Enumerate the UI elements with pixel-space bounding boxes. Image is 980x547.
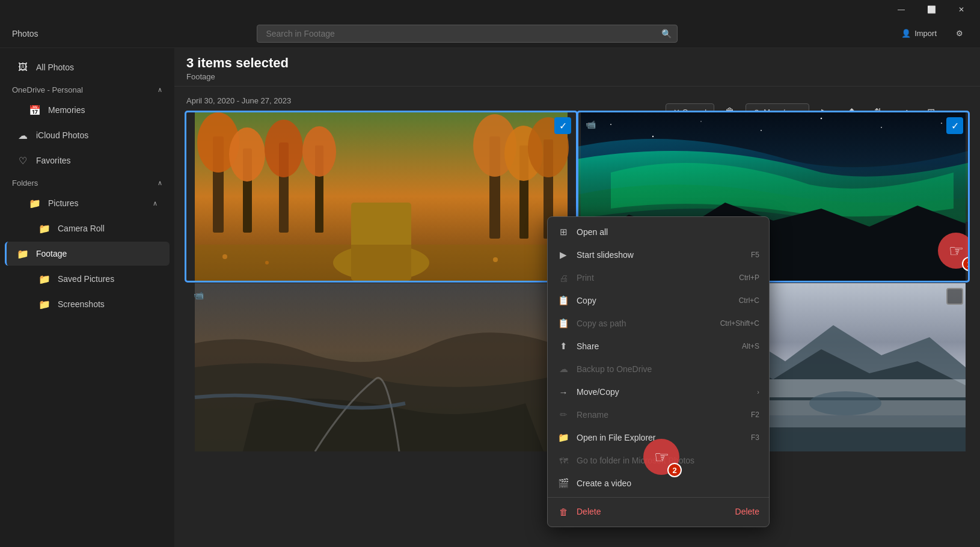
sidebar-item-label: Memories (48, 105, 85, 115)
sidebar-item-label: Screenshots (58, 299, 105, 309)
sidebar-item-all-photos[interactable]: 🖼 All Photos (5, 55, 170, 79)
camera-roll-icon: 📁 (38, 222, 51, 234)
sidebar-item-pictures[interactable]: 📁 Pictures ∧ (5, 191, 170, 215)
rename-shortcut: F2 (751, 411, 759, 419)
svg-point-6 (265, 120, 303, 177)
menu-divider (548, 497, 769, 498)
maximize-button[interactable]: ⬜ (917, 0, 945, 19)
menu-item-open-all[interactable]: ⊞ Open all (548, 221, 769, 243)
search-icon: 🔍 (661, 29, 672, 38)
folders-chevron-icon: ∧ (158, 179, 162, 187)
sidebar-item-screenshots[interactable]: 📁 Screenshots (5, 292, 170, 316)
settings-icon: ⚙ (956, 29, 963, 38)
menu-item-go-to-folder-label: Go to folder in Microsoft Photos (577, 456, 694, 465)
import-icon: 👤 (901, 29, 911, 38)
menu-item-rename: ✏ Rename F2 (548, 403, 769, 426)
screenshots-icon: 📁 (38, 298, 51, 310)
slideshow-icon: ▶ (557, 249, 569, 261)
menu-item-create-video-label: Create a video (577, 478, 631, 488)
video-icon-3: 📹 (191, 288, 206, 302)
go-to-folder-icon: 🗺 (557, 454, 569, 466)
delete-shortcut: Delete (735, 507, 759, 516)
sidebar-item-label: Favorites (36, 156, 71, 165)
selection-subtitle: Footage (186, 72, 968, 81)
svg-rect-17 (195, 245, 568, 281)
menu-item-move-copy[interactable]: → Move/Copy › (548, 380, 769, 403)
search-input[interactable] (257, 25, 678, 43)
sidebar-item-favorites[interactable]: ♡ Favorites (5, 148, 170, 173)
top-bar: Photos 🔍 👤 Import ⚙ (0, 19, 980, 48)
photo-autumn-svg (186, 112, 576, 281)
menu-item-move-copy-label: Move/Copy (577, 387, 619, 397)
print-icon: 🖨 (557, 272, 569, 284)
svg-point-26 (821, 118, 822, 120)
menu-item-backup: ☁ Backup to OneDrive (548, 358, 769, 380)
context-menu: ⊞ Open all ▶ Start slideshow F5 🖨 Print … (547, 216, 770, 527)
menu-item-delete-label: Delete (577, 507, 601, 516)
selection-bar: 3 items selected Footage (174, 48, 980, 87)
svg-point-27 (881, 127, 882, 128)
file-explorer-icon: 📁 (557, 432, 569, 444)
menu-item-copy-path-label: Copy as path (577, 319, 626, 328)
svg-point-23 (652, 136, 654, 137)
menu-item-go-to-folder: 🗺 Go to folder in Microsoft Photos (548, 449, 769, 472)
search-container: 🔍 (257, 25, 678, 43)
pictures-chevron-icon: ∧ (153, 200, 158, 207)
onedrive-header[interactable]: OneDrive - Personal ∧ (0, 81, 174, 97)
sidebar: 🖼 All Photos OneDrive - Personal ∧ 📅 Mem… (0, 48, 174, 547)
share-menu-icon: ⬆ (557, 340, 569, 352)
sidebar-item-label: Saved Pictures (58, 274, 114, 284)
sidebar-item-label: iCloud Photos (36, 130, 88, 140)
svg-point-24 (700, 121, 702, 122)
svg-point-34 (809, 391, 881, 415)
folders-header[interactable]: Folders ∧ (0, 174, 174, 190)
move-copy-menu-icon: → (557, 386, 569, 398)
photo-aerial-svg (186, 283, 576, 451)
header-actions: 👤 Import ⚙ (896, 26, 968, 40)
create-video-icon: 🎬 (557, 477, 569, 489)
content-area: 3 items selected Footage ✕ Cancel 🗑 ⊕ Mo… (174, 48, 980, 547)
menu-item-print: 🖨 Print Ctrl+P (548, 266, 769, 289)
settings-button[interactable]: ⚙ (951, 26, 968, 40)
photo-check-2[interactable]: ✓ (946, 117, 963, 134)
copy-icon: 📋 (557, 295, 569, 307)
menu-item-copy[interactable]: 📋 Copy Ctrl+C (548, 289, 769, 312)
menu-item-open-all-label: Open all (577, 227, 608, 237)
menu-item-file-explorer-label: Open in File Explorer (577, 433, 656, 442)
menu-item-share[interactable]: ⬆ Share Alt+S (548, 335, 769, 358)
menu-item-file-explorer[interactable]: 📁 Open in File Explorer F3 (548, 426, 769, 449)
menu-item-backup-label: Backup to OneDrive (577, 364, 652, 374)
sidebar-item-label: All Photos (36, 63, 74, 72)
memories-icon: 📅 (29, 104, 41, 116)
menu-item-slideshow[interactable]: ▶ Start slideshow F5 (548, 243, 769, 266)
rename-icon: ✏ (557, 409, 569, 421)
chevron-up-icon: ∧ (158, 86, 162, 94)
import-button[interactable]: 👤 Import (896, 26, 942, 40)
menu-item-copy-path: 📋 Copy as path Ctrl+Shift+C (548, 312, 769, 335)
sidebar-item-label: Pictures (48, 198, 79, 208)
photo-check-1[interactable]: ✓ (554, 117, 571, 134)
sidebar-item-icloud[interactable]: ☁ iCloud Photos (5, 123, 170, 147)
minimize-button[interactable]: — (887, 0, 915, 19)
sidebar-item-camera-roll[interactable]: 📁 Camera Roll (5, 216, 170, 240)
sidebar-item-memories[interactable]: 📅 Memories (5, 98, 170, 122)
close-button[interactable]: ✕ (948, 0, 975, 19)
pictures-icon: 📁 (29, 197, 41, 209)
copy-path-shortcut: Ctrl+Shift+C (720, 319, 759, 328)
menu-item-delete[interactable]: 🗑 Delete Delete (548, 500, 769, 523)
titlebar: — ⬜ ✕ (0, 0, 980, 19)
svg-point-19 (265, 261, 269, 264)
video-icon-2: 📹 (583, 117, 598, 132)
menu-item-slideshow-label: Start slideshow (577, 250, 634, 260)
sidebar-item-label: Footage (36, 249, 67, 258)
svg-point-8 (302, 126, 336, 177)
sidebar-item-footage[interactable]: 📁 Footage (5, 242, 170, 266)
saved-pictures-icon: 📁 (38, 273, 51, 285)
photo-item-3[interactable]: 📹 (186, 283, 576, 451)
photo-uncheck-4[interactable] (946, 288, 963, 305)
photo-item-1[interactable]: ✓ (186, 112, 576, 281)
menu-item-create-video[interactable]: 🎬 Create a video (548, 472, 769, 495)
copy-path-icon: 📋 (557, 317, 569, 329)
sidebar-item-saved-pictures[interactable]: 📁 Saved Pictures (5, 267, 170, 291)
menu-item-copy-label: Copy (577, 296, 596, 305)
